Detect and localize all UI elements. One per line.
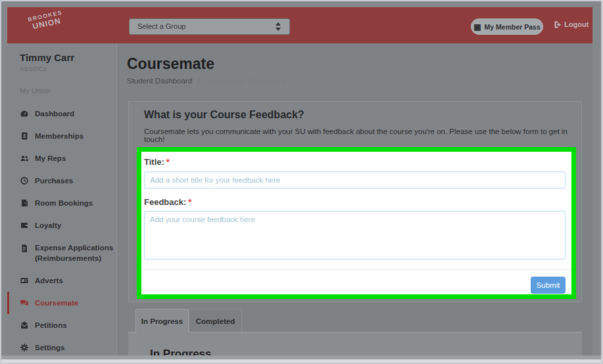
my-member-pass-button[interactable]: ▦ My Member Pass: [471, 18, 543, 35]
sidebar-item-label: Settings: [35, 342, 115, 353]
title-required-marker: *: [166, 157, 170, 167]
sidebar-item-my-reps[interactable]: My Reps: [7, 147, 117, 170]
breadcrumb-student-dashboard[interactable]: Student Dashboard: [127, 77, 192, 85]
member-pass-label: My Member Pass: [485, 23, 541, 31]
tab-completed[interactable]: Completed: [189, 309, 242, 332]
sidebar-item-label: Memberships: [35, 131, 115, 141]
room-bookings-icon: [20, 198, 29, 208]
sidebar-item-label: Adverts: [35, 275, 115, 286]
tab-content-panel: In Progress: [128, 332, 582, 355]
highlighted-feedback-form: Title:* Feedback:* Submit: [137, 147, 576, 299]
breadcrumb-separator: /: [197, 77, 199, 85]
panel-heading-in-progress: In Progress: [150, 348, 212, 355]
sidebar-item-purchases[interactable]: Purchases: [7, 170, 117, 192]
sidebar-item-petitions[interactable]: Petitions: [7, 314, 117, 336]
card-heading: What is your Course Feedback?: [144, 109, 304, 121]
sidebar-item-adverts[interactable]: Adverts: [7, 269, 117, 292]
breadcrumb-coursemate-dashboard: Coursemate Dashboard: [205, 77, 285, 85]
sidebar-item-label: Purchases: [35, 175, 115, 186]
feedback-field-label: Feedback:*: [144, 197, 566, 207]
sidebar-item-label: Coursemate: [35, 298, 115, 308]
loyalty-icon: [20, 221, 29, 230]
feedback-textarea[interactable]: [144, 211, 566, 260]
card-description: Coursemate lets you communicate with you…: [144, 127, 581, 143]
sidebar-nav: Dashboard Memberships My Reps Purchases: [7, 102, 117, 359]
sidebar-section-label: My Union: [20, 87, 50, 95]
user-name: Timmy Carr: [20, 52, 74, 63]
sidebar-item-label: Room Bookings: [35, 198, 115, 208]
title-label-text: Title:: [144, 157, 164, 167]
sidebar-item-loyalty[interactable]: Loyalty: [7, 214, 117, 237]
sidebar-item-label: Loyalty: [35, 220, 115, 231]
logout-label: Logout: [564, 20, 589, 28]
group-select-value: Select a Group: [137, 22, 185, 30]
sidebar-item-label: Petitions: [35, 320, 115, 330]
feedback-label-text: Feedback:: [144, 197, 186, 207]
tab-in-progress[interactable]: In Progress: [135, 309, 189, 332]
sidebar: Timmy Carr ASSOC2 My Union Dashboard Mem…: [7, 43, 117, 355]
breadcrumb: Student Dashboard / Coursemate Dashboard: [127, 77, 285, 85]
sidebar-item-room-bookings[interactable]: Room Bookings: [7, 192, 117, 214]
purchases-icon: [20, 176, 29, 185]
brookes-union-logo[interactable]: BROOKES UNION: [24, 9, 67, 32]
sidebar-item-memberships[interactable]: Memberships: [7, 125, 117, 147]
sidebar-item-label: Dashboard: [35, 108, 115, 119]
dashboard-icon: [20, 109, 29, 118]
member-pass-qr-icon: ▦: [473, 23, 481, 31]
title-field-label: Title:*: [144, 157, 566, 167]
sidebar-item-label: Expense Applications (Reimbursements): [35, 242, 115, 263]
coursemate-icon: [20, 298, 29, 307]
settings-icon: [20, 343, 29, 352]
sidebar-item-label: My Reps: [35, 153, 115, 164]
feedback-required-marker: *: [188, 197, 191, 207]
logout-button[interactable]: Logout: [554, 20, 589, 28]
expense-applications-icon: [20, 244, 29, 253]
memberships-icon: [20, 131, 29, 141]
title-input[interactable]: [144, 171, 566, 189]
sidebar-item-dashboard[interactable]: Dashboard: [7, 102, 117, 125]
page-title: Coursemate: [127, 55, 214, 73]
user-code: ASSOC2: [20, 65, 47, 72]
group-select[interactable]: Select a Group: [129, 18, 290, 35]
my-reps-icon: [20, 154, 29, 163]
adverts-icon: [20, 276, 29, 285]
sidebar-item-expense-applications[interactable]: Expense Applications (Reimbursements): [7, 237, 117, 269]
form-footer: Submit: [141, 269, 571, 294]
select-arrows-icon: [276, 22, 281, 32]
viewport-bottom-edge: [1, 359, 601, 363]
screenshot-frame: BROOKES UNION Select a Group ▦ My Member…: [0, 0, 603, 364]
petitions-icon: [20, 321, 29, 330]
logout-icon: [554, 21, 562, 28]
top-header-bar: BROOKES UNION Select a Group ▦ My Member…: [7, 7, 592, 43]
sidebar-item-coursemate[interactable]: Coursemate: [7, 292, 117, 314]
submit-button[interactable]: Submit: [531, 277, 566, 294]
